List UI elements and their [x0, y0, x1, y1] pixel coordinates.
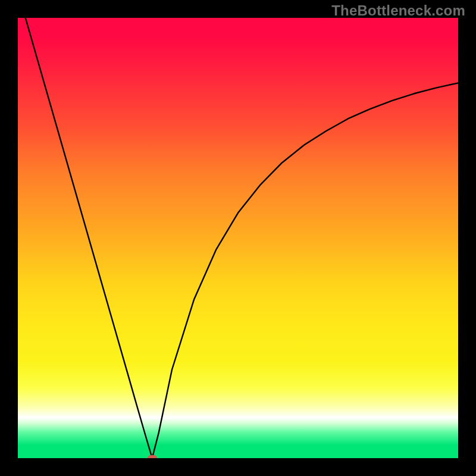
plot-area: [18, 18, 458, 458]
bottleneck-curve: [18, 18, 458, 458]
watermark-text: TheBottleneck.com: [331, 2, 465, 19]
chart-frame: TheBottleneck.com: [0, 0, 476, 476]
optimum-marker-icon: [148, 455, 157, 458]
